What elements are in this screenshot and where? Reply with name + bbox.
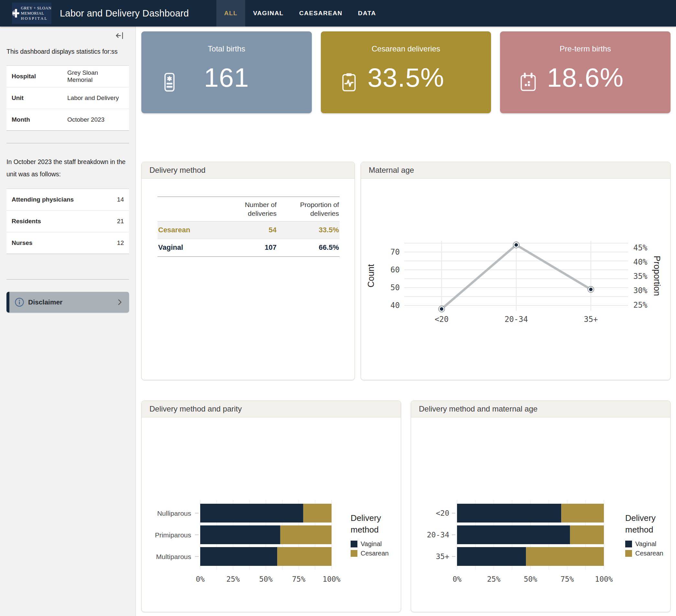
bar-segment-vaginal [200,504,303,522]
x-axis-tick-label: 25% [226,575,240,583]
value-box-title: Pre-term births [500,44,671,53]
x-axis-tick-label: 35+ [584,315,598,324]
x-axis-tick-label: 100% [323,575,341,583]
row-stacked-bars: Delivery method and parity NulliparousPr… [142,400,671,612]
navbar-tabs: ALL VAGINAL CAESAREAN DATA [216,0,384,26]
table-row: Month October 2023 [6,109,129,131]
x-axis-tick-label: 50% [524,575,537,583]
cell-proportion: 66.5% [277,239,340,257]
staff-label: Nurses [6,232,105,254]
x-axis-tick-label: 50% [259,575,273,583]
value-box-value: 33.5% [321,62,491,93]
staff-table: Attending physicians 14 Residents 21 Nur… [6,188,129,254]
sidebar: This dashboard displays statistics for:s… [0,26,136,616]
tab-caesarean[interactable]: CAESAREAN [291,0,350,26]
value-box-value: 18.6% [500,62,671,93]
y2-axis-tick-label: 40% [633,258,647,267]
info-value: Grey Sloan Memorial [62,66,129,87]
column-header [158,197,215,221]
legend-title: method [625,525,653,535]
x-axis-tick-label: 20-34 [505,315,528,324]
value-box-cesarean-deliveries: Cesarean deliveries 33.5% [321,32,491,113]
card-title: Delivery method [142,162,354,179]
value-box-total-births: Total births 161 [142,32,312,113]
column-header: Proportion of deliveries [277,197,340,221]
bar-segment-vaginal [200,525,280,544]
parity-card: Delivery method and parity NulliparousPr… [142,400,401,612]
bar-segment-vaginal [457,504,561,522]
navbar: GREY + SLOAN MEMORIAL HOSPITAL Labor and… [0,0,676,26]
bar-segment-vaginal [200,547,277,566]
row-delivery-and-age: Delivery method Number of deliveries Pro… [142,162,671,380]
x-axis-tick-label: 25% [487,575,501,583]
tab-data[interactable]: DATA [350,0,384,26]
hospital-logo-text: GREY + SLOAN MEMORIAL HOSPITAL [21,5,51,21]
data-point [589,288,593,291]
x-axis-tick-label: 0% [196,575,205,583]
age-method-card: Delivery method and maternal age <2020-3… [411,400,671,612]
legend-swatch-cesarean [351,550,357,557]
bar-segment-vaginal [457,547,526,566]
row-label: Vaginal [158,239,215,257]
value-box-value: 161 [142,62,312,93]
legend-swatch-vaginal [625,541,632,547]
table-header-row: Number of deliveries Proportion of deliv… [158,197,340,221]
disclaimer-label: Disclaimer [28,298,62,306]
legend-swatch-vaginal [351,541,357,547]
sidebar-intro-text: This dashboard displays statistics for:s… [6,45,129,58]
staff-label: Attending physicians [6,189,105,211]
x-axis-tick-label: 100% [595,575,613,583]
info-value: October 2023 [62,109,129,131]
legend-label: Vaginal [635,540,656,547]
legend-title: Delivery [351,513,381,523]
y-axis-tick-label: 70 [390,247,400,257]
sidebar-collapse-button[interactable] [114,31,124,42]
legend-label: Vaginal [361,540,382,547]
bar-segment-cesarean [561,504,604,522]
delivery-method-table: Number of deliveries Proportion of deliv… [158,197,340,257]
staff-count: 21 [105,211,129,232]
staff-count: 12 [105,232,129,254]
age-stacked-bar-chart: <2020-3435+0%25%50%75%100%Deliverymethod… [411,417,671,612]
table-row: Nurses 12 [6,232,129,254]
tab-vaginal[interactable]: VAGINAL [245,0,291,26]
legend-label: Cesarean [361,550,389,557]
tab-all[interactable]: ALL [216,0,245,26]
table-row: Hospital Grey Sloan Memorial [6,66,129,87]
category-label: 35+ [436,552,449,561]
staff-intro-text: In October 2023 the staff breakdown in t… [6,156,129,180]
card-title: Maternal age [361,162,670,179]
hospital-logo: GREY + SLOAN MEMORIAL HOSPITAL [12,3,51,24]
category-label: Nulliparous [157,510,191,517]
divider [6,279,129,280]
arrow-bar-left-icon [115,31,124,40]
maternal-age-card-body: 4050607025%30%35%40%45%<2020-3435+CountP… [361,179,670,380]
age-method-card-body: <2020-3435+0%25%50%75%100%Deliverymethod… [411,417,670,612]
main-content: Total births 161 [136,26,676,616]
staff-label: Residents [6,211,105,232]
hospital-cross-icon [12,4,19,22]
cell-proportion: 33.5% [277,221,340,239]
parity-card-body: NulliparousPrimiparousMultiparous0%25%50… [142,417,401,612]
y2-axis-tick-label: 30% [633,286,647,295]
disclaimer-accordion[interactable]: Disclaimer [6,292,129,313]
cell-number: 107 [215,239,277,257]
legend-title: method [351,525,379,535]
category-label: Primiparous [155,531,191,539]
info-label: Hospital [6,66,62,87]
y2-axis-title: Proportion [652,256,662,296]
category-label: Multiparous [156,553,191,560]
column-header: Number of deliveries [215,197,277,221]
delivery-method-card-body: Number of deliveries Proportion of deliv… [142,179,354,380]
legend-title: Delivery [625,513,656,523]
delivery-method-card: Delivery method Number of deliveries Pro… [142,162,355,380]
value-box-title: Cesarean deliveries [321,44,491,53]
x-axis-tick-label: 75% [561,575,574,583]
unit-info-table: Hospital Grey Sloan Memorial Unit Labor … [6,65,129,131]
info-label: Unit [6,87,62,109]
value-box-title: Total births [142,44,312,53]
x-axis-tick-label: <20 [435,315,449,324]
chevron-right-icon [115,298,124,306]
data-point [440,307,443,311]
table-row: Attending physicians 14 [6,189,129,211]
